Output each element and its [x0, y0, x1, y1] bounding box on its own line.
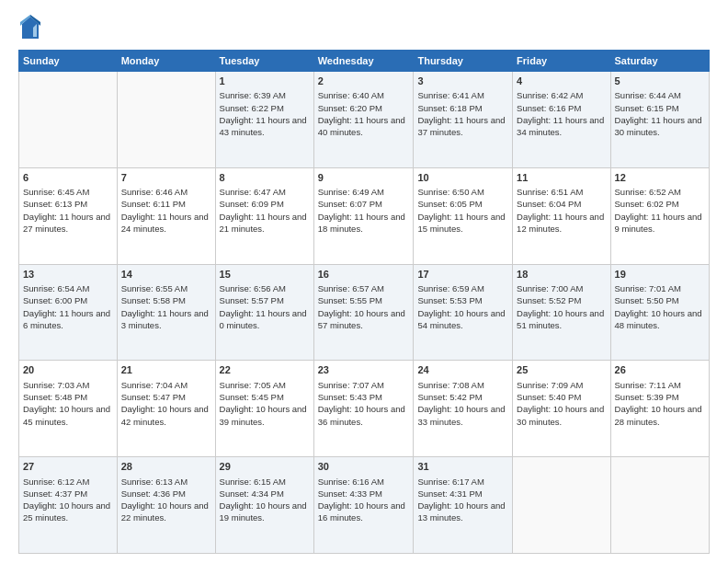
day-info: Sunrise: 7:04 AM Sunset: 5:47 PM Dayligh… [121, 379, 211, 428]
day-number: 2 [318, 75, 410, 88]
day-info: Sunrise: 6:49 AM Sunset: 6:07 PM Dayligh… [318, 186, 410, 235]
day-number: 31 [417, 460, 508, 474]
calendar-cell: 11Sunrise: 6:51 AM Sunset: 6:04 PM Dayli… [513, 167, 610, 264]
calendar-cell: 16Sunrise: 6:57 AM Sunset: 5:55 PM Dayli… [313, 264, 414, 361]
day-info: Sunrise: 6:55 AM Sunset: 5:58 PM Dayligh… [121, 282, 211, 331]
calendar-cell: 20Sunrise: 7:03 AM Sunset: 5:48 PM Dayli… [19, 361, 118, 457]
header-tuesday: Tuesday [215, 51, 313, 72]
day-info: Sunrise: 6:57 AM Sunset: 5:55 PM Dayligh… [318, 282, 410, 331]
day-info: Sunrise: 6:44 AM Sunset: 6:15 PM Dayligh… [615, 89, 705, 138]
calendar-cell: 25Sunrise: 7:09 AM Sunset: 5:40 PM Dayli… [513, 361, 610, 457]
calendar-header-row: SundayMondayTuesdayWednesdayThursdayFrid… [19, 51, 710, 72]
calendar-cell: 7Sunrise: 6:46 AM Sunset: 6:11 PM Daylig… [117, 167, 215, 264]
day-info: Sunrise: 6:46 AM Sunset: 6:11 PM Dayligh… [121, 186, 211, 235]
calendar-cell: 19Sunrise: 7:01 AM Sunset: 5:50 PM Dayli… [610, 264, 709, 361]
calendar-cell: 27Sunrise: 6:12 AM Sunset: 4:37 PM Dayli… [19, 457, 118, 554]
calendar-cell: 15Sunrise: 6:56 AM Sunset: 5:57 PM Dayli… [215, 264, 313, 361]
day-number: 7 [121, 171, 211, 185]
header-friday: Friday [513, 51, 610, 72]
calendar-cell: 29Sunrise: 6:15 AM Sunset: 4:34 PM Dayli… [215, 457, 313, 554]
day-info: Sunrise: 6:12 AM Sunset: 4:37 PM Dayligh… [23, 476, 113, 524]
day-number: 1 [220, 75, 310, 88]
calendar-week-row: 1Sunrise: 6:39 AM Sunset: 6:22 PM Daylig… [19, 72, 710, 168]
day-number: 4 [517, 75, 606, 88]
calendar-cell [19, 72, 118, 168]
day-number: 8 [220, 171, 310, 185]
header [18, 15, 710, 40]
calendar-week-row: 20Sunrise: 7:03 AM Sunset: 5:48 PM Dayli… [19, 361, 710, 457]
day-info: Sunrise: 6:17 AM Sunset: 4:31 PM Dayligh… [417, 476, 508, 524]
day-number: 11 [517, 171, 606, 185]
calendar-cell: 21Sunrise: 7:04 AM Sunset: 5:47 PM Dayli… [117, 361, 215, 457]
calendar-cell: 9Sunrise: 6:49 AM Sunset: 6:07 PM Daylig… [313, 167, 414, 264]
day-number: 26 [615, 363, 705, 377]
header-thursday: Thursday [414, 51, 513, 72]
header-saturday: Saturday [610, 51, 709, 72]
day-number: 22 [220, 363, 310, 377]
calendar-cell: 5Sunrise: 6:44 AM Sunset: 6:15 PM Daylig… [610, 72, 709, 168]
calendar-cell: 1Sunrise: 6:39 AM Sunset: 6:22 PM Daylig… [215, 72, 313, 168]
day-info: Sunrise: 6:15 AM Sunset: 4:34 PM Dayligh… [220, 476, 310, 524]
calendar-cell: 23Sunrise: 7:07 AM Sunset: 5:43 PM Dayli… [313, 361, 414, 457]
day-info: Sunrise: 6:47 AM Sunset: 6:09 PM Dayligh… [220, 186, 310, 235]
day-number: 29 [220, 460, 310, 474]
calendar-cell [117, 72, 215, 168]
calendar-cell: 2Sunrise: 6:40 AM Sunset: 6:20 PM Daylig… [313, 72, 414, 168]
day-number: 12 [615, 171, 705, 185]
day-info: Sunrise: 6:39 AM Sunset: 6:22 PM Dayligh… [220, 89, 310, 138]
day-number: 3 [417, 75, 508, 88]
day-number: 23 [318, 363, 410, 377]
calendar-cell: 10Sunrise: 6:50 AM Sunset: 6:05 PM Dayli… [414, 167, 513, 264]
calendar-cell: 3Sunrise: 6:41 AM Sunset: 6:18 PM Daylig… [414, 72, 513, 168]
day-number: 6 [23, 171, 113, 185]
calendar-cell [513, 457, 610, 554]
day-info: Sunrise: 7:03 AM Sunset: 5:48 PM Dayligh… [23, 379, 113, 428]
day-info: Sunrise: 6:51 AM Sunset: 6:04 PM Dayligh… [517, 186, 606, 235]
day-info: Sunrise: 6:52 AM Sunset: 6:02 PM Dayligh… [615, 186, 705, 235]
calendar-cell: 17Sunrise: 6:59 AM Sunset: 5:53 PM Dayli… [414, 264, 513, 361]
day-info: Sunrise: 6:13 AM Sunset: 4:36 PM Dayligh… [121, 476, 211, 524]
day-info: Sunrise: 6:45 AM Sunset: 6:13 PM Dayligh… [23, 186, 113, 235]
calendar-cell: 26Sunrise: 7:11 AM Sunset: 5:39 PM Dayli… [610, 361, 709, 457]
calendar-cell: 4Sunrise: 6:42 AM Sunset: 6:16 PM Daylig… [513, 72, 610, 168]
day-info: Sunrise: 7:11 AM Sunset: 5:39 PM Dayligh… [615, 379, 705, 428]
day-number: 10 [417, 171, 508, 185]
day-info: Sunrise: 6:50 AM Sunset: 6:05 PM Dayligh… [417, 186, 508, 235]
calendar-cell: 24Sunrise: 7:08 AM Sunset: 5:42 PM Dayli… [414, 361, 513, 457]
calendar-cell: 31Sunrise: 6:17 AM Sunset: 4:31 PM Dayli… [414, 457, 513, 554]
calendar-cell: 22Sunrise: 7:05 AM Sunset: 5:45 PM Dayli… [215, 361, 313, 457]
day-info: Sunrise: 7:07 AM Sunset: 5:43 PM Dayligh… [318, 379, 410, 428]
day-info: Sunrise: 6:40 AM Sunset: 6:20 PM Dayligh… [318, 89, 410, 138]
header-sunday: Sunday [19, 51, 118, 72]
day-number: 30 [318, 460, 410, 474]
calendar-week-row: 13Sunrise: 6:54 AM Sunset: 6:00 PM Dayli… [19, 264, 710, 361]
calendar-cell [610, 457, 709, 554]
day-number: 15 [220, 268, 310, 282]
day-info: Sunrise: 6:42 AM Sunset: 6:16 PM Dayligh… [517, 89, 606, 138]
day-info: Sunrise: 7:00 AM Sunset: 5:52 PM Dayligh… [517, 282, 606, 331]
calendar-cell: 6Sunrise: 6:45 AM Sunset: 6:13 PM Daylig… [19, 167, 118, 264]
day-number: 25 [517, 363, 606, 377]
day-number: 19 [615, 268, 705, 282]
calendar-cell: 13Sunrise: 6:54 AM Sunset: 6:00 PM Dayli… [19, 264, 118, 361]
calendar-cell: 30Sunrise: 6:16 AM Sunset: 4:33 PM Dayli… [313, 457, 414, 554]
day-info: Sunrise: 7:09 AM Sunset: 5:40 PM Dayligh… [517, 379, 606, 428]
day-info: Sunrise: 6:54 AM Sunset: 6:00 PM Dayligh… [23, 282, 113, 331]
logo [18, 15, 42, 40]
day-number: 14 [121, 268, 211, 282]
logo-icon [20, 15, 40, 40]
calendar-cell: 28Sunrise: 6:13 AM Sunset: 4:36 PM Dayli… [117, 457, 215, 554]
day-info: Sunrise: 7:05 AM Sunset: 5:45 PM Dayligh… [220, 379, 310, 428]
day-info: Sunrise: 6:59 AM Sunset: 5:53 PM Dayligh… [417, 282, 508, 331]
calendar-week-row: 6Sunrise: 6:45 AM Sunset: 6:13 PM Daylig… [19, 167, 710, 264]
calendar-cell: 18Sunrise: 7:00 AM Sunset: 5:52 PM Dayli… [513, 264, 610, 361]
calendar-cell: 8Sunrise: 6:47 AM Sunset: 6:09 PM Daylig… [215, 167, 313, 264]
header-monday: Monday [117, 51, 215, 72]
day-info: Sunrise: 7:08 AM Sunset: 5:42 PM Dayligh… [417, 379, 508, 428]
day-info: Sunrise: 6:56 AM Sunset: 5:57 PM Dayligh… [220, 282, 310, 331]
day-info: Sunrise: 7:01 AM Sunset: 5:50 PM Dayligh… [615, 282, 705, 331]
header-wednesday: Wednesday [313, 51, 414, 72]
day-number: 5 [615, 75, 705, 88]
calendar-week-row: 27Sunrise: 6:12 AM Sunset: 4:37 PM Dayli… [19, 457, 710, 554]
day-number: 9 [318, 171, 410, 185]
